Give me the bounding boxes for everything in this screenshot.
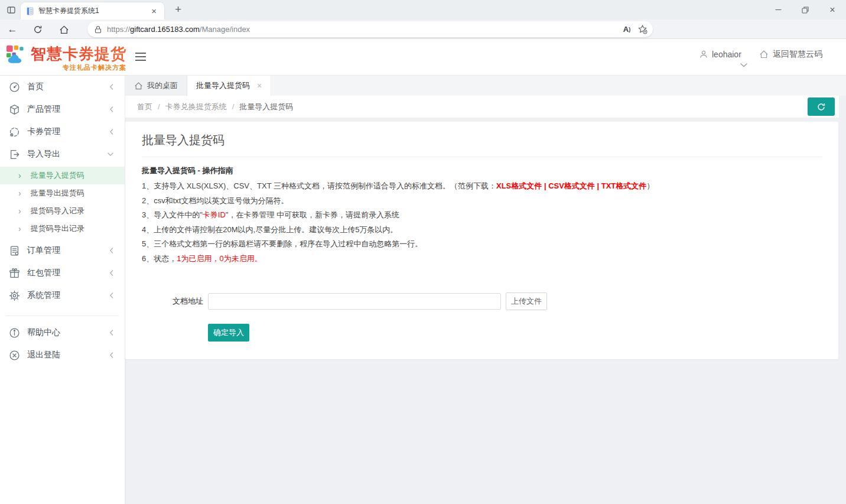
user-chevron-down-icon[interactable] <box>740 63 748 68</box>
page-title: 批量导入提货码 <box>142 132 822 148</box>
sidebar-item-products[interactable]: 产品管理 <box>0 98 125 121</box>
settings-gear-icon <box>9 290 20 301</box>
tab-desktop[interactable]: 我的桌面 <box>125 76 187 96</box>
new-tab-button[interactable]: + <box>171 3 185 16</box>
address-bar[interactable]: https://giftcard.165183.com/Manage/index… <box>87 21 653 37</box>
logo-mark-icon <box>6 44 28 67</box>
product-icon <box>9 104 20 115</box>
app-subtitle: 专注礼品卡解决方案 <box>31 63 126 72</box>
sidebar-item-system[interactable]: 系统管理 <box>0 284 125 307</box>
minimize-button[interactable] <box>764 0 792 19</box>
arrow-right-icon: › <box>18 171 21 180</box>
user-menu[interactable]: leohaior <box>699 50 741 59</box>
tab-close-icon[interactable]: × <box>149 6 159 16</box>
dashboard-icon <box>9 82 20 93</box>
reload-icon[interactable] <box>31 22 45 37</box>
submenu-item-import-records[interactable]: ›提货码导入记录 <box>0 202 125 220</box>
submenu-item-batch-import[interactable]: ›批量导入提货码 <box>0 167 125 184</box>
chevron-left-icon <box>109 329 114 336</box>
sidebar: 首页 产品管理 卡券管理 导入导出 ›批量导入提货码 ›批量导出提货码 ›提货码… <box>0 76 125 504</box>
sidebar-item-import-export[interactable]: 导入导出 <box>0 143 125 165</box>
arrow-right-icon: › <box>18 206 21 216</box>
sidebar-divider <box>6 316 119 316</box>
tab-close-icon[interactable]: × <box>257 81 262 90</box>
app-title: 智慧卡券提货 <box>31 44 126 64</box>
chevron-down-icon <box>107 152 114 157</box>
content-card: 批量导入提货码 批量导入提货码 - 操作指南 1、支持导入 XLS(XLSX)、… <box>125 122 838 359</box>
instruction-line: 2、csv和txt文档均以英文逗号做为分隔符。 <box>142 194 822 209</box>
submenu-item-export-records[interactable]: ›提货码导出记录 <box>0 220 125 238</box>
sidebar-item-cards[interactable]: 卡券管理 <box>0 121 125 143</box>
chevron-left-icon <box>109 247 114 254</box>
order-icon <box>9 245 20 256</box>
sample-download-links[interactable]: XLS格式文件 | CSV格式文件 | TXT格式文件 <box>496 181 646 190</box>
instruction-line: 4、上传的文件请控制在20M以内,尽量分批上传。建议每次上传5万条以内。 <box>142 223 822 238</box>
redpacket-icon <box>9 268 20 279</box>
back-icon[interactable]: ← <box>5 22 19 37</box>
document-url-label: 文档地址 <box>142 296 203 307</box>
sidebar-item-home[interactable]: 首页 <box>0 76 125 98</box>
url-text[interactable]: https://giftcard.165183.com/Manage/index <box>107 25 619 34</box>
submenu-item-batch-export[interactable]: ›批量导出提货码 <box>0 184 125 202</box>
arrow-right-icon: › <box>18 224 21 233</box>
tab-batch-import[interactable]: 批量导入提货码 × <box>187 76 271 96</box>
chevron-left-icon <box>109 352 114 359</box>
instruction-line: 5、三个格式文档第一行的标题栏请不要删除，程序在导入过程中自动忽略第一行。 <box>142 237 822 252</box>
import-export-submenu: ›批量导入提货码 ›批量导出提货码 ›提货码导入记录 ›提货码导出记录 <box>0 165 125 239</box>
breadcrumb-current: 批量导入提货码 <box>239 102 293 112</box>
guide-title: 批量导入提货码 - 操作指南 <box>142 165 822 176</box>
confirm-import-button[interactable]: 确定导入 <box>208 324 249 342</box>
browser-tab-strip: 智慧卡券提货系统1 × + × <box>0 0 846 19</box>
card-icon <box>9 126 20 138</box>
workspace-tab-bar: 我的桌面 批量导入提货码 × <box>125 76 846 96</box>
return-label: 返回智慧云码 <box>773 49 822 60</box>
logout-icon <box>9 350 20 361</box>
breadcrumb-home[interactable]: 首页 <box>137 102 152 112</box>
chevron-left-icon <box>109 128 114 135</box>
menu-toggle-icon[interactable] <box>135 51 147 62</box>
page-refresh-button[interactable] <box>808 97 835 116</box>
instruction-line: 1、支持导入 XLS(XLSX)、CSV、TXT 三种格式文档，请按范例制作适合… <box>142 179 822 194</box>
sidebar-item-logout[interactable]: 退出登陆 <box>0 344 125 366</box>
upload-file-button[interactable]: 上传文件 <box>506 292 547 310</box>
sidebar-item-help[interactable]: 帮助中心 <box>0 321 125 344</box>
home-outline-icon <box>134 82 143 90</box>
browser-tab-title: 智慧卡券提货系统1 <box>38 6 149 16</box>
lock-icon[interactable] <box>95 25 102 34</box>
chevron-left-icon <box>109 292 114 299</box>
user-icon <box>699 50 708 59</box>
arrow-right-icon: › <box>18 188 21 198</box>
breadcrumb: 首页 / 卡券兑换提货系统 / 批量导入提货码 <box>125 96 839 118</box>
return-cloud-link[interactable]: 返回智慧云码 <box>759 49 822 60</box>
sidebar-item-orders[interactable]: 订单管理 <box>0 239 125 262</box>
info-icon <box>9 327 20 339</box>
app-logo: 智慧卡券提货 专注礼品卡解决方案 <box>6 44 126 72</box>
chevron-left-icon <box>109 83 114 90</box>
close-button[interactable]: × <box>819 0 846 19</box>
restore-button[interactable] <box>792 0 819 19</box>
breadcrumb-system[interactable]: 卡券兑换提货系统 <box>165 102 227 112</box>
browser-toolbar: ← https://giftcard.165183.com/Manage/ind… <box>0 19 846 39</box>
app-header: 智慧卡券提货 专注礼品卡解决方案 leohaior 返回智慧云码 <box>0 39 846 76</box>
title-divider <box>142 157 822 157</box>
instruction-line: 6、状态，1为已启用，0为未启用。 <box>142 252 822 266</box>
chevron-left-icon <box>109 106 114 113</box>
favorite-add-icon[interactable] <box>635 23 649 36</box>
chevron-left-icon <box>109 269 114 277</box>
instructions: 1、支持导入 XLS(XLSX)、CSV、TXT 三种格式文档，请按范例制作适合… <box>142 179 822 266</box>
refresh-icon <box>816 102 826 112</box>
sidebar-item-redpacket[interactable]: 红包管理 <box>0 262 125 284</box>
document-form-row: 文档地址 上传文件 <box>142 292 822 310</box>
browser-tab[interactable]: 智慧卡券提货系统1 × <box>21 2 164 19</box>
instruction-line: 3、导入文件中的"卡券ID"，在卡券管理 中可获取，新卡券，请提前录入系统 <box>142 208 822 223</box>
home-icon[interactable] <box>57 22 71 37</box>
import-export-icon <box>9 149 20 160</box>
home-outline-icon <box>759 50 769 59</box>
username: leohaior <box>712 50 741 59</box>
favicon-icon <box>26 7 34 15</box>
document-url-input[interactable] <box>208 293 501 310</box>
read-aloud-icon[interactable]: A) <box>620 23 634 36</box>
tab-actions-icon[interactable] <box>5 4 18 16</box>
